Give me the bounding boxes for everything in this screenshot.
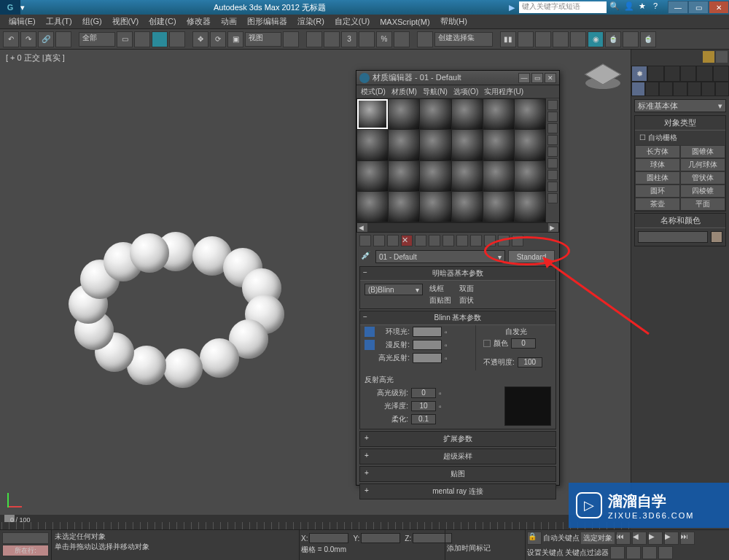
ambient-map-icon[interactable]: ▫ (445, 328, 453, 336)
maximize-button[interactable]: ▭ (688, 1, 709, 14)
keyfilter-button[interactable]: 关键点过滤器 (565, 548, 609, 558)
btn-cylinder[interactable]: 圆柱体 (635, 171, 680, 184)
selected-label[interactable]: 选定对象 (581, 532, 615, 544)
window-crossing-icon[interactable] (169, 31, 185, 47)
unlink-icon[interactable] (55, 31, 71, 47)
btn-tube[interactable]: 管状体 (680, 171, 725, 184)
material-editor-icon[interactable]: ◉ (588, 31, 604, 47)
speclevel-map-icon[interactable]: ▫ (439, 389, 448, 397)
opacity-spinner[interactable]: 100 (518, 357, 542, 368)
cat-lights[interactable] (659, 82, 673, 96)
sample-slot[interactable] (357, 192, 388, 222)
wire-checkbox[interactable]: 线框 (427, 284, 451, 294)
redo-icon[interactable]: ↷ (20, 31, 36, 47)
help-icon[interactable]: ? (653, 1, 665, 13)
material-type-button[interactable]: Standard (508, 250, 555, 263)
maps-rollout[interactable]: 贴图 (359, 466, 556, 482)
menu-views[interactable]: 视图(V) (108, 15, 144, 28)
percent-snap-icon[interactable]: % (376, 31, 392, 47)
next-frame-icon[interactable]: ▶ (664, 532, 679, 545)
shader-dropdown[interactable]: (B)Blinn▾ (364, 284, 423, 295)
render-icon[interactable]: 🍵 (640, 31, 656, 47)
go-sibling-icon[interactable] (512, 235, 523, 246)
align-icon[interactable] (518, 31, 534, 47)
tab-motion[interactable] (680, 66, 696, 82)
backlight-icon[interactable] (547, 112, 558, 122)
manipulate-icon[interactable] (306, 31, 322, 47)
btn-torus[interactable]: 圆环 (635, 184, 680, 198)
play-icon[interactable]: ▶ (648, 532, 663, 545)
show-end-icon[interactable] (484, 235, 496, 246)
get-material-icon[interactable] (359, 235, 371, 246)
mateditor-maximize[interactable]: ▭ (531, 73, 543, 83)
select-icon[interactable]: ▭ (117, 31, 133, 47)
infobar-arrow-icon[interactable]: ▶ (509, 3, 515, 12)
matmenu-modes[interactable]: 模式(D) (361, 87, 386, 97)
menu-grapheditors[interactable]: 图形编辑器 (243, 15, 292, 28)
sample-type-icon[interactable] (547, 100, 558, 110)
menu-group[interactable]: 组(G) (78, 15, 106, 28)
nav-maximize-icon[interactable] (658, 546, 673, 559)
sample-slot[interactable] (420, 161, 451, 191)
facemap-checkbox[interactable]: 面贴图 (427, 295, 451, 306)
btn-geosphere[interactable]: 几何球体 (680, 158, 725, 171)
render-frame-icon[interactable] (623, 31, 639, 47)
ref-coord-dropdown[interactable]: 视图 (245, 32, 281, 47)
object-color-swatch[interactable] (711, 231, 722, 243)
cp-config-icon[interactable] (716, 51, 728, 63)
options-icon[interactable] (547, 170, 558, 180)
faceted-checkbox[interactable]: 面状 (457, 295, 474, 306)
mateditor-minimize[interactable]: — (518, 73, 530, 83)
sample-slot[interactable] (357, 161, 388, 191)
sample-slot[interactable] (483, 99, 514, 129)
setkey-button[interactable]: 设置关键点 (527, 548, 564, 558)
tab-utilities[interactable] (713, 66, 729, 82)
make-preview-icon[interactable] (547, 158, 558, 168)
show-map-icon[interactable] (470, 235, 482, 246)
cat-systems[interactable] (715, 82, 729, 96)
sample-slot[interactable] (515, 99, 545, 129)
assign-to-sel-icon[interactable] (387, 235, 399, 246)
go-parent-icon[interactable] (498, 235, 510, 246)
select-region-icon[interactable] (152, 31, 168, 47)
mentalray-rollout[interactable]: mental ray 连接 (359, 483, 556, 499)
background-icon[interactable] (547, 123, 558, 133)
btn-cone[interactable]: 圆锥体 (680, 145, 725, 158)
material-name-dropdown[interactable]: 01 - Default▾ (375, 250, 505, 263)
put-to-lib-icon[interactable] (443, 235, 454, 246)
sample-uv-icon[interactable] (547, 135, 558, 145)
cat-geometry[interactable] (631, 82, 645, 96)
shader-rollout-title[interactable]: −明暗器基本参数 (360, 267, 555, 281)
matmenu-navigation[interactable]: 导航(N) (423, 87, 448, 97)
cat-shapes[interactable] (645, 82, 659, 96)
mateditor-close[interactable]: ✕ (545, 73, 556, 83)
sample-slot[interactable] (389, 130, 419, 160)
coord-x-input[interactable] (309, 533, 348, 543)
soften-spinner[interactable]: 0.1 (411, 414, 436, 424)
menu-animation[interactable]: 动画 (217, 15, 241, 28)
recent-flyout-icon[interactable]: ▾ (20, 3, 31, 12)
ambient-swatch[interactable] (413, 327, 442, 337)
diffuse-swatch[interactable] (413, 340, 442, 350)
btn-teapot[interactable]: 茶壶 (635, 198, 680, 211)
supersampling-rollout[interactable]: 超级采样 (359, 448, 556, 464)
diffuse-lock-icon[interactable] (364, 340, 375, 350)
sample-slot[interactable] (452, 130, 483, 160)
menu-create[interactable]: 创建(C) (144, 15, 180, 28)
sample-hscrollbar[interactable]: ◄► (356, 222, 559, 233)
prev-frame-icon[interactable]: ◀ (632, 532, 647, 545)
sample-slot[interactable] (389, 192, 419, 222)
sample-slot[interactable] (420, 99, 451, 129)
help-search-input[interactable]: 键入关键字或短语 (519, 1, 607, 13)
cat-spacewarps[interactable] (701, 82, 715, 96)
sample-slot[interactable] (483, 130, 514, 160)
menu-customize[interactable]: 自定义(U) (330, 15, 374, 28)
video-check-icon[interactable] (547, 147, 558, 157)
add-time-tag[interactable]: 添加时间标记 (447, 543, 523, 553)
nav-pan-icon[interactable] (626, 546, 641, 559)
time-slider[interactable]: 0 / 100 (0, 515, 631, 529)
reset-map-icon[interactable]: ✕ (401, 235, 413, 246)
scale-icon[interactable]: ▣ (227, 31, 243, 47)
coord-y-input[interactable] (361, 533, 400, 543)
mat-id-icon[interactable] (456, 235, 468, 246)
